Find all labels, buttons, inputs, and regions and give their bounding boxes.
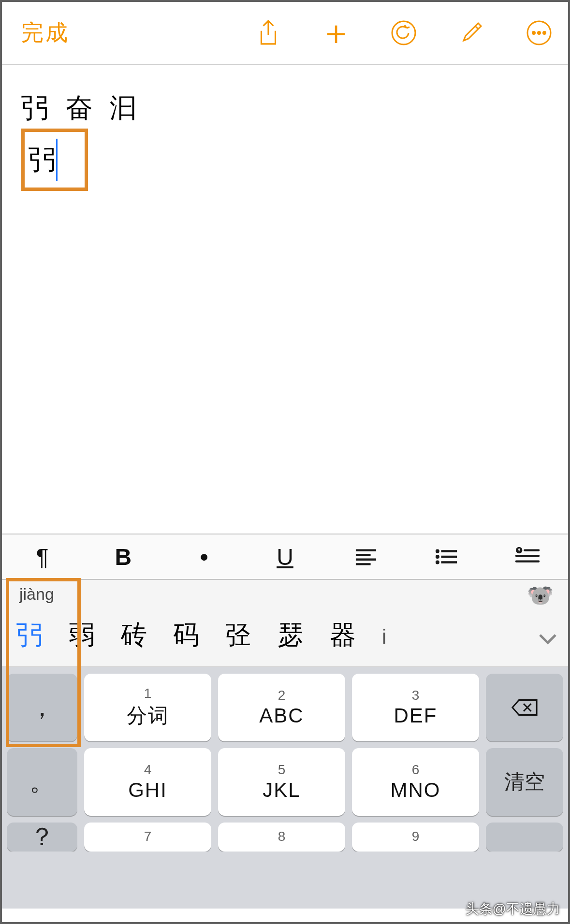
- svg-point-3: [538, 32, 541, 34]
- key-num: 9: [412, 829, 420, 844]
- key-1[interactable]: 1 分词: [84, 674, 211, 741]
- candidate-list: 弜 弱 砖 码 弪 瑟 器 i: [2, 618, 529, 653]
- highlighted-character: 弜: [21, 129, 88, 190]
- key-8[interactable]: 8: [218, 823, 345, 852]
- key-num: 2: [278, 688, 286, 703]
- key-num: 8: [278, 829, 286, 844]
- done-button[interactable]: 完成: [21, 18, 70, 48]
- toolbar: 完成 ＋: [2, 2, 568, 65]
- align-icon[interactable]: [325, 534, 406, 579]
- key-question[interactable]: ？: [7, 823, 77, 852]
- keyboard: ， 1 分词 2 ABC 3 DEF 。 4 GHI 5 JKL 6 MNO: [2, 667, 568, 909]
- underline-icon[interactable]: U: [245, 534, 325, 579]
- svg-point-5: [437, 550, 438, 552]
- format-toolbar: ¶ B • U: [2, 534, 568, 580]
- undo-icon[interactable]: [389, 18, 418, 47]
- more-icon[interactable]: [525, 18, 554, 47]
- key-label: GHI: [128, 779, 167, 802]
- editor-line: 弜 奋 汩: [21, 89, 549, 127]
- key-clear[interactable]: 清空: [486, 748, 563, 816]
- key-6-mno[interactable]: 6 MNO: [352, 748, 479, 816]
- share-icon[interactable]: [254, 18, 283, 47]
- add-icon[interactable]: ＋: [322, 18, 351, 47]
- bullet-icon[interactable]: •: [164, 534, 245, 579]
- candidate-item[interactable]: 弱: [69, 618, 95, 653]
- candidate-more: i: [382, 625, 386, 649]
- key-label: ABC: [259, 704, 304, 727]
- indent-icon[interactable]: [487, 534, 568, 579]
- svg-point-4: [543, 32, 546, 34]
- key-label: JKL: [263, 779, 300, 802]
- key-label: MNO: [391, 779, 441, 802]
- expand-candidates-icon[interactable]: [533, 624, 562, 653]
- key-right-partial[interactable]: [486, 823, 563, 852]
- editor-line: 弜: [29, 144, 56, 174]
- key-7[interactable]: 7: [84, 823, 211, 852]
- pinyin-label: jiàng: [19, 585, 54, 604]
- ime-candidate-bar: jiàng 🐨 弜 弱 砖 码 弪 瑟 器 i: [2, 580, 568, 667]
- text-editor[interactable]: 弜 奋 汩 弜: [2, 65, 568, 534]
- key-2-abc[interactable]: 2 ABC: [218, 674, 345, 741]
- candidate-item[interactable]: 弪: [225, 618, 251, 653]
- key-3-def[interactable]: 3 DEF: [352, 674, 479, 741]
- list-icon[interactable]: [406, 534, 487, 579]
- key-comma[interactable]: ，: [7, 674, 77, 741]
- candidate-item[interactable]: 瑟: [278, 618, 304, 653]
- svg-point-6: [437, 556, 438, 558]
- bold-icon[interactable]: B: [83, 534, 163, 579]
- candidate-item[interactable]: 弜: [16, 618, 43, 653]
- watermark: 头条@不遗愚力: [466, 900, 560, 918]
- key-num: 4: [144, 762, 152, 778]
- svg-point-7: [437, 562, 438, 563]
- key-num: 6: [412, 762, 420, 778]
- candidate-item[interactable]: 码: [173, 618, 199, 653]
- key-backspace[interactable]: [486, 674, 563, 741]
- key-num: 7: [144, 829, 152, 844]
- svg-point-0: [392, 21, 415, 44]
- emoji-picker-icon[interactable]: 🐨: [527, 583, 554, 608]
- key-period[interactable]: 。: [7, 748, 77, 816]
- key-label: DEF: [394, 704, 438, 727]
- text-cursor: [56, 139, 58, 180]
- key-5-jkl[interactable]: 5 JKL: [218, 748, 345, 816]
- key-4-ghi[interactable]: 4 GHI: [84, 748, 211, 816]
- key-num: 1: [144, 686, 152, 701]
- key-9[interactable]: 9: [352, 823, 479, 852]
- paragraph-icon[interactable]: ¶: [2, 534, 83, 579]
- key-num: 3: [412, 688, 420, 703]
- svg-point-2: [533, 32, 535, 34]
- key-num: 5: [278, 762, 286, 778]
- brush-icon[interactable]: [457, 18, 486, 47]
- candidate-item[interactable]: 砖: [121, 618, 147, 653]
- key-label: 分词: [127, 702, 169, 729]
- candidate-item[interactable]: 器: [330, 618, 356, 653]
